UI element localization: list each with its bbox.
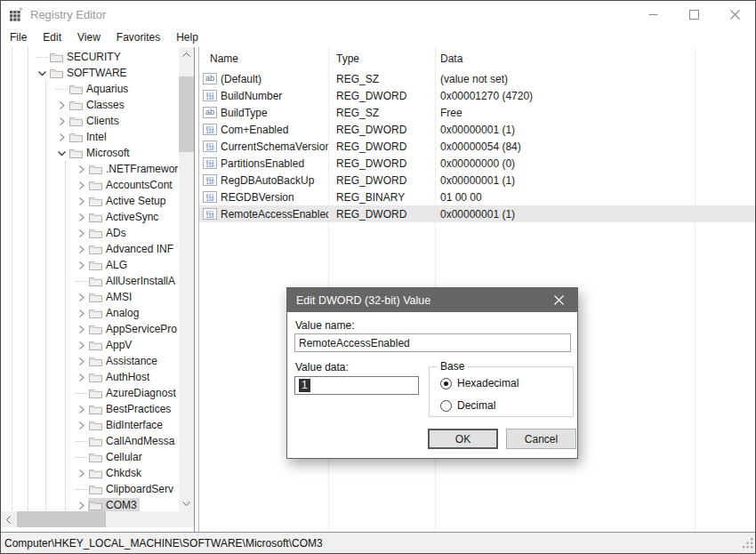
tree-item-cellular[interactable]: Cellular	[1, 449, 179, 465]
tree-item-aquarius[interactable]: Aquarius	[1, 81, 179, 97]
chevron-right-icon[interactable]	[74, 161, 88, 177]
chevron-right-icon[interactable]	[54, 129, 68, 145]
tree-item-appservicepro[interactable]: AppServicePro	[1, 321, 179, 337]
tree-item-body[interactable]: Clients	[68, 114, 122, 128]
tree-item-body[interactable]: ClipboardServ	[88, 482, 176, 496]
tree-item-advanced-inf[interactable]: Advanced INF	[1, 241, 179, 257]
tree-item-bestpractices[interactable]: BestPractices	[1, 401, 179, 417]
tree-item-body[interactable]: BidInterface	[88, 418, 165, 432]
tree-item-body[interactable]: BestPractices	[88, 402, 173, 416]
chevron-right-icon[interactable]	[54, 97, 68, 113]
tree-item-body[interactable]: Aquarius	[68, 82, 131, 96]
menu-item-help[interactable]: Help	[168, 28, 206, 47]
tree-item-body[interactable]: SOFTWARE	[49, 66, 130, 80]
tree-item-body[interactable]: COM3	[88, 498, 140, 511]
chevron-right-icon[interactable]	[74, 177, 88, 193]
tree-item-body[interactable]: ALG	[88, 258, 130, 272]
maximize-button[interactable]	[673, 1, 714, 28]
tree-item-body[interactable]: Intel	[68, 130, 109, 144]
tree-item-body[interactable]: Chkdsk	[88, 466, 144, 480]
minimize-button[interactable]	[632, 1, 673, 28]
tree-item-assistance[interactable]: Assistance	[1, 353, 179, 369]
chevron-right-icon[interactable]	[74, 241, 88, 257]
chevron-right-icon[interactable]	[74, 401, 88, 417]
tree-item-appv[interactable]: AppV	[1, 337, 179, 353]
tree-item-clients[interactable]: Clients	[1, 113, 179, 129]
cancel-button[interactable]: Cancel	[506, 429, 576, 449]
menu-item-file[interactable]: File	[2, 28, 35, 47]
tree-item-body[interactable]: Active Setup	[88, 194, 168, 208]
value-name-field[interactable]: RemoteAccessEnabled	[294, 333, 571, 352]
scroll-up-icon[interactable]	[179, 47, 194, 62]
tree-item-body[interactable]: ActiveSync	[88, 210, 161, 224]
tree-item-azurediagnost[interactable]: AzureDiagnost	[1, 385, 179, 401]
tree-item-ads[interactable]: ADs	[1, 225, 179, 241]
value-row-currentschemaversion[interactable]: 011110CurrentSchemaVersionREG_DWORD0x000…	[199, 138, 755, 155]
tree-item-alluserinstalla[interactable]: AllUserInstallA	[1, 273, 179, 289]
tree-item-body[interactable]: Classes	[68, 98, 127, 112]
scrollbar-thumb[interactable]	[17, 511, 106, 527]
tree-item-body[interactable]: Analog	[88, 306, 141, 320]
dialog-close-button[interactable]	[540, 288, 577, 312]
chevron-right-icon[interactable]	[74, 417, 88, 433]
tree-item-body[interactable]: Advanced INF	[88, 242, 176, 256]
chevron-right-icon[interactable]	[74, 353, 88, 369]
column-header-name[interactable]: Name	[199, 52, 328, 65]
tree-item-bidinterface[interactable]: BidInterface	[1, 417, 179, 433]
tree-item-amsi[interactable]: AMSI	[1, 289, 179, 305]
tree-horizontal-scrollbar[interactable]	[1, 511, 194, 527]
value-row-com-enabled[interactable]: 011110Com+EnabledREG_DWORD0x00000001 (1)	[199, 121, 755, 138]
decimal-radio[interactable]: Decimal	[440, 399, 495, 412]
tree-item-body[interactable]: .NETFramewor	[88, 162, 179, 176]
chevron-right-icon[interactable]	[74, 257, 88, 273]
tree-item-callandmessa[interactable]: CallAndMessa	[1, 433, 179, 449]
chevron-right-icon[interactable]	[74, 305, 88, 321]
tree-item-body[interactable]: CallAndMessa	[88, 434, 177, 448]
value-data-field[interactable]: 1	[294, 376, 419, 395]
tree-item-software[interactable]: SOFTWARE	[1, 65, 179, 81]
hexadecimal-radio[interactable]: Hexadecimal	[440, 377, 519, 389]
close-button[interactable]	[714, 1, 755, 28]
tree-item-body[interactable]: ADs	[88, 226, 129, 240]
radio-unselected-icon[interactable]	[440, 400, 452, 412]
tree-item-body[interactable]: Assistance	[88, 354, 160, 368]
chevron-right-icon[interactable]	[74, 369, 88, 385]
tree-item-activesync[interactable]: ActiveSync	[1, 209, 179, 225]
tree-item-body[interactable]: AccountsCont	[88, 178, 175, 192]
tree-item-body[interactable]: AppV	[88, 338, 134, 352]
chevron-right-icon[interactable]	[74, 225, 88, 241]
chevron-right-icon[interactable]	[54, 113, 68, 129]
tree-item-com3[interactable]: COM3	[1, 497, 179, 511]
chevron-right-icon[interactable]	[74, 321, 88, 337]
tree-item-body[interactable]: SECURITY	[49, 50, 124, 64]
tree-item-clipboardserv[interactable]: ClipboardServ	[1, 481, 179, 497]
menu-item-favorites[interactable]: Favorites	[109, 28, 168, 47]
value-row-partitionsenabled[interactable]: 011110PartitionsEnabledREG_DWORD0x000000…	[199, 155, 755, 172]
tree-item-analog[interactable]: Analog	[1, 305, 179, 321]
tree-item-body[interactable]: AMSI	[88, 290, 134, 304]
tree-vertical-scrollbar[interactable]	[179, 47, 194, 511]
scroll-left-icon[interactable]	[1, 511, 16, 527]
tree-item-classes[interactable]: Classes	[1, 97, 179, 113]
tree-item-body[interactable]: Microsoft	[68, 146, 133, 160]
tree-item-netframewor[interactable]: .NETFramewor	[1, 161, 179, 177]
tree-item-alg[interactable]: ALG	[1, 257, 179, 273]
tree-item-microsoft[interactable]: Microsoft	[1, 145, 179, 161]
chevron-down-icon[interactable]	[54, 145, 68, 161]
ok-button[interactable]: OK	[428, 429, 498, 449]
value-row-buildtype[interactable]: abBuildTypeREG_SZFree	[199, 104, 755, 121]
column-header-data[interactable]: Data	[435, 52, 755, 65]
scrollbar-thumb[interactable]	[179, 76, 194, 152]
value-row-remoteaccessenabled[interactable]: 011110RemoteAccessEnabledREG_DWORD0x0000…	[199, 205, 755, 222]
tree-item-accountscont[interactable]: AccountsCont	[1, 177, 179, 193]
resize-grip-icon[interactable]	[743, 538, 753, 551]
column-header-type[interactable]: Type	[328, 52, 435, 65]
chevron-right-icon[interactable]	[74, 193, 88, 209]
tree-item-body[interactable]: AuthHost	[88, 370, 152, 384]
tree-item-active-setup[interactable]: Active Setup	[1, 193, 179, 209]
chevron-right-icon[interactable]	[74, 337, 88, 353]
value-row-regdbautobackup[interactable]: 011110RegDBAutoBackUpREG_DWORD0x00000001…	[199, 172, 755, 189]
chevron-right-icon[interactable]	[74, 289, 88, 305]
value-row-buildnumber[interactable]: 011110BuildNumberREG_DWORD0x00001270 (47…	[199, 87, 755, 104]
radio-selected-icon[interactable]	[440, 378, 452, 389]
